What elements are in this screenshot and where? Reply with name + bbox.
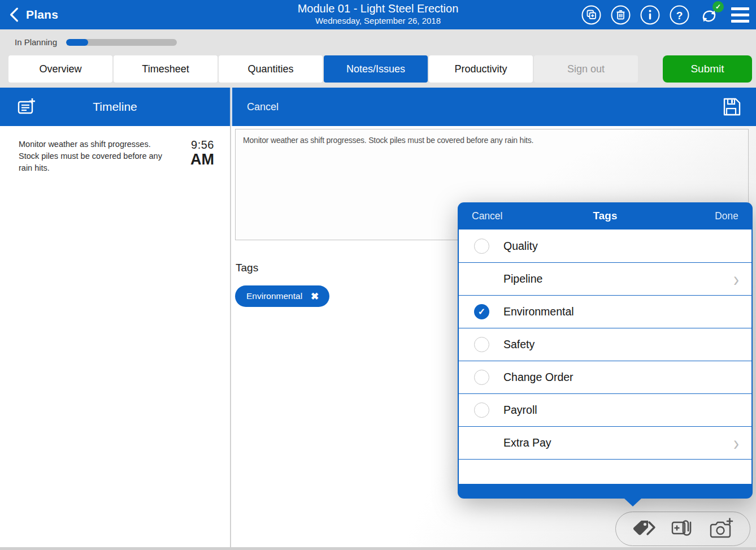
info-icon[interactable]	[640, 5, 660, 25]
timeline-entry-time: 9:56 AM	[190, 138, 214, 174]
duplicate-icon[interactable]	[581, 5, 601, 25]
tab-sign-out[interactable]: Sign out	[534, 55, 638, 83]
tag-chip-environmental[interactable]: Environmental ✖	[235, 285, 329, 307]
timeline-entry[interactable]: Monitor weather as shift progresses. Sto…	[0, 126, 230, 182]
svg-text:?: ?	[676, 9, 683, 21]
content-area: Timeline Monitor weather as shift progre…	[0, 88, 756, 550]
tags-popover-header: Cancel Tags Done	[458, 202, 753, 229]
tag-option-change-order[interactable]: Change Order	[459, 361, 751, 393]
tag-chip-label: Environmental	[246, 291, 302, 301]
plan-status-label: In Planning	[15, 37, 57, 47]
tag-option-safety[interactable]: Safety	[459, 328, 751, 361]
editor-cancel-button[interactable]: Cancel	[247, 101, 279, 113]
tab-timesheet[interactable]: Timesheet	[114, 55, 218, 83]
app-window: Plans Module 01 - Light Steel Erection W…	[0, 0, 756, 550]
plan-progress-fill	[66, 39, 88, 46]
timeline-pane: Timeline Monitor weather as shift progre…	[0, 88, 231, 550]
submit-button[interactable]: Submit	[663, 55, 752, 83]
tab-overview[interactable]: Overview	[8, 55, 112, 83]
top-bar: Plans Module 01 - Light Steel Erection W…	[0, 0, 756, 29]
bottom-edge-strip	[0, 547, 756, 550]
add-note-icon[interactable]	[17, 97, 36, 119]
entry-time-value: 9:56	[190, 138, 214, 151]
plan-progress-bar	[66, 39, 177, 46]
popover-footer	[458, 484, 753, 499]
help-icon[interactable]: ?	[670, 5, 689, 25]
popover-done-button[interactable]: Done	[715, 210, 738, 222]
tags-section-label: Tags	[236, 262, 258, 274]
radio-unchecked-icon	[474, 370, 489, 385]
note-attachments-toolbar	[615, 512, 750, 546]
back-label: Plans	[26, 8, 58, 21]
sync-icon[interactable]: ✓	[699, 3, 722, 26]
tab-notes-issues[interactable]: Notes/Issues	[324, 55, 428, 83]
header-actions: ? ✓	[581, 0, 749, 29]
radio-unchecked-icon	[474, 402, 489, 418]
timeline-entry-text: Monitor weather as shift progresses. Sto…	[19, 138, 167, 174]
popover-empty-row	[458, 459, 753, 484]
attach-file-icon[interactable]	[670, 518, 695, 540]
tags-popover-list: Quality Pipeline › ✓ Environmental Safet…	[458, 229, 753, 459]
note-editor-pane: Cancel Monitor weather as shift progress…	[231, 88, 756, 550]
tag-option-payroll[interactable]: Payroll	[459, 393, 751, 426]
add-photo-icon[interactable]	[709, 518, 734, 540]
back-to-plans-button[interactable]: Plans	[8, 0, 58, 29]
tab-bar: Overview Timesheet Quantities Notes/Issu…	[0, 55, 756, 88]
entry-time-meridiem: AM	[190, 151, 214, 167]
tab-productivity[interactable]: Productivity	[429, 55, 533, 83]
popover-cancel-button[interactable]: Cancel	[472, 210, 502, 222]
tag-option-quality[interactable]: Quality	[459, 229, 751, 262]
tags-popover: Cancel Tags Done Quality Pipeline ›	[458, 202, 753, 499]
delete-icon[interactable]	[611, 5, 631, 25]
menu-icon[interactable]	[731, 7, 749, 23]
tag-group-extra-pay[interactable]: Extra Pay ›	[459, 426, 751, 459]
radio-unchecked-icon	[474, 239, 489, 254]
tags-icon[interactable]	[632, 519, 657, 539]
tab-quantities[interactable]: Quantities	[219, 55, 323, 83]
popover-pointer	[624, 498, 642, 506]
remove-tag-icon[interactable]: ✖	[311, 291, 319, 302]
chevron-right-icon: ›	[733, 268, 739, 290]
tag-option-environmental[interactable]: ✓ Environmental	[459, 295, 751, 328]
save-icon[interactable]	[722, 97, 741, 116]
chevron-right-icon: ›	[733, 432, 739, 454]
plan-status-row: In Planning	[0, 29, 756, 55]
editor-header: Cancel	[231, 88, 756, 126]
tag-group-pipeline[interactable]: Pipeline ›	[459, 262, 751, 295]
timeline-header: Timeline	[0, 88, 230, 126]
sync-complete-badge: ✓	[712, 1, 724, 12]
back-chevron-icon	[8, 7, 20, 23]
radio-unchecked-icon	[474, 337, 489, 352]
radio-checked-icon: ✓	[474, 304, 489, 319]
